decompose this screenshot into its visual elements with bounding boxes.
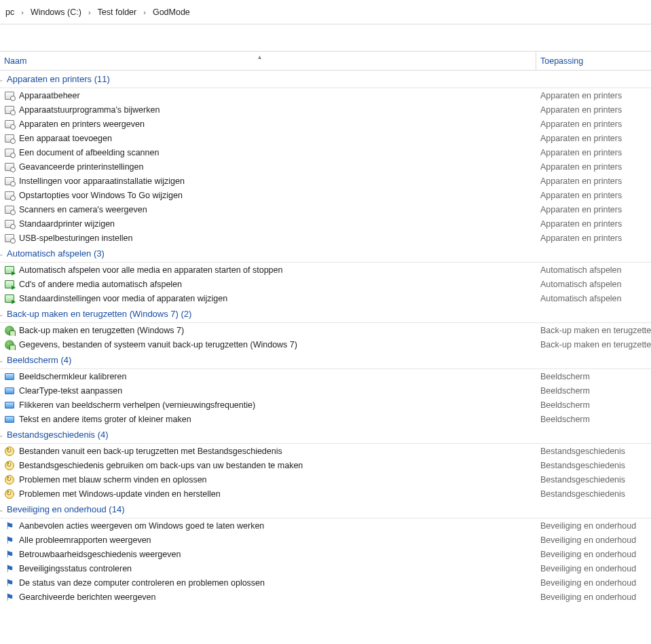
list-item[interactable]: Automatisch afspelen voor alle media en … xyxy=(0,263,651,277)
chevron-down-icon: ⌄ xyxy=(0,250,5,257)
column-header-name[interactable]: Naam ▴ xyxy=(0,52,536,70)
display-icon xyxy=(4,414,15,425)
file-history-icon xyxy=(4,446,15,457)
device-printer-icon xyxy=(4,204,15,215)
name-cell: ⚑Alle probleemrapporten weergeven xyxy=(0,535,536,546)
name-cell: ⚑Gearchiveerde berichten weergeven xyxy=(0,592,536,603)
group-header[interactable]: ⌄Beveiliging en onderhoud (14) xyxy=(0,501,651,518)
flag-icon: ⚑ xyxy=(4,577,15,588)
group-header[interactable]: ⌄Bestandsgeschiedenis (4) xyxy=(0,426,651,444)
list-item[interactable]: ClearType-tekst aanpassenBeeldscherm xyxy=(0,383,651,398)
name-cell: Apparaten en printers weergeven xyxy=(0,119,536,130)
list-item[interactable]: ⚑Aanbevolen acties weergeven om Windows … xyxy=(0,518,651,533)
list-item[interactable]: ⚑Beveiligingsstatus controlerenBeveiligi… xyxy=(0,561,651,575)
item-name: Alle probleemrapporten weergeven xyxy=(19,535,151,545)
name-cell: Opstartopties voor Windows To Go wijzige… xyxy=(0,190,536,201)
device-printer-icon xyxy=(4,162,15,172)
app-cell: Beveiliging en onderhoud xyxy=(536,564,651,573)
group-header[interactable]: ⌄Apparaten en printers (11) xyxy=(0,71,651,88)
list-item[interactable]: ⚑Gearchiveerde berichten weergevenBeveil… xyxy=(0,590,651,604)
name-cell: Standaardprinter wijzigen xyxy=(0,219,536,229)
list-item[interactable]: ApparaatbeheerApparaten en printers xyxy=(0,88,651,102)
device-printer-icon xyxy=(4,219,15,229)
list-item[interactable]: USB-spelbesturingen instellenApparaten e… xyxy=(0,231,651,245)
list-item[interactable]: ⚑De status van deze computer controleren… xyxy=(0,575,651,590)
name-cell: Apparaatstuurprogramma's bijwerken xyxy=(0,105,536,115)
name-cell: ClearType-tekst aanpassen xyxy=(0,385,536,396)
group-title: Automatisch afspelen (3) xyxy=(7,248,105,259)
list-item[interactable]: Gegevens, bestanden of systeem vanuit ba… xyxy=(0,337,651,352)
list-item[interactable]: Een document of afbeelding scannenAppara… xyxy=(0,145,651,159)
app-cell: Bestandsgeschiedenis xyxy=(536,461,651,470)
group-header[interactable]: ⌄Beeldscherm (4) xyxy=(0,352,651,369)
list-item[interactable]: Standaardinstellingen voor media of appa… xyxy=(0,291,651,305)
list-item[interactable]: Problemen met Windows-update vinden en h… xyxy=(0,487,651,501)
file-history-icon xyxy=(4,489,15,499)
name-cell: Cd's of andere media automatisch afspele… xyxy=(0,279,536,290)
breadcrumb-item[interactable]: GodMode xyxy=(150,6,193,18)
breadcrumb-item[interactable]: Windows (C:) xyxy=(28,6,84,18)
item-name: Apparaatstuurprogramma's bijwerken xyxy=(19,105,160,115)
device-printer-icon xyxy=(4,233,15,244)
device-printer-icon xyxy=(4,105,15,115)
item-name: Geavanceerde printerinstellingen xyxy=(19,162,143,172)
list-item[interactable]: Bestanden vanuit een back-up terugzetten… xyxy=(0,444,651,458)
list-item[interactable]: Geavanceerde printerinstellingenApparate… xyxy=(0,159,651,174)
group-title: Back-up maken en terugzetten (Windows 7)… xyxy=(7,309,191,319)
item-name: Bestanden vanuit een back-up terugzetten… xyxy=(19,447,282,456)
name-cell: Gegevens, bestanden of systeem vanuit ba… xyxy=(0,339,536,350)
chevron-down-icon: ⌄ xyxy=(0,76,5,83)
list-item[interactable]: Standaardprinter wijzigenApparaten en pr… xyxy=(0,216,651,231)
name-cell: Geavanceerde printerinstellingen xyxy=(0,162,536,172)
item-name: Flikkeren van beeldscherm verhelpen (ver… xyxy=(19,400,255,410)
list-item[interactable]: Scanners en camera's weergevenApparaten … xyxy=(0,202,651,216)
list-item[interactable]: Bestandsgeschiedenis gebruiken om back-u… xyxy=(0,458,651,472)
list-item[interactable]: Flikkeren van beeldscherm verhelpen (ver… xyxy=(0,398,651,412)
app-cell: Back-up maken en terugzetten xyxy=(536,326,651,335)
app-cell: Apparaten en printers xyxy=(536,91,651,100)
chevron-right-icon: › xyxy=(17,8,28,16)
group-header[interactable]: ⌄Automatisch afspelen (3) xyxy=(0,245,651,263)
group-header[interactable]: ⌄Back-up maken en terugzetten (Windows 7… xyxy=(0,305,651,323)
list-item[interactable]: Een apparaat toevoegenApparaten en print… xyxy=(0,131,651,145)
item-name: Standaardprinter wijzigen xyxy=(19,219,115,229)
chevron-down-icon: ⌄ xyxy=(0,311,5,318)
breadcrumb-item[interactable]: Test folder xyxy=(95,6,140,18)
item-name: De status van deze computer controleren … xyxy=(19,578,265,588)
app-cell: Beeldscherm xyxy=(536,400,651,410)
name-cell: Flikkeren van beeldscherm verhelpen (ver… xyxy=(0,400,536,411)
list-item[interactable]: Cd's of andere media automatisch afspele… xyxy=(0,277,651,291)
list-item[interactable]: Instellingen voor apparaatinstallatie wi… xyxy=(0,174,651,188)
app-cell: Bestandsgeschiedenis xyxy=(536,447,651,456)
flag-icon: ⚑ xyxy=(4,520,15,531)
list-item[interactable]: Apparaatstuurprogramma's bijwerkenAppara… xyxy=(0,102,651,117)
list-item[interactable]: Apparaten en printers weergevenApparaten… xyxy=(0,117,651,131)
list-item[interactable]: Opstartopties voor Windows To Go wijzige… xyxy=(0,188,651,202)
item-name: ClearType-tekst aanpassen xyxy=(19,386,122,396)
device-printer-icon xyxy=(4,147,15,158)
column-header-toepassing[interactable]: Toepassing xyxy=(536,56,651,66)
name-cell: Apparaatbeheer xyxy=(0,90,536,101)
list-item[interactable]: Tekst en andere items groter of kleiner … xyxy=(0,412,651,426)
app-cell: Bestandsgeschiedenis xyxy=(536,475,651,485)
list-item[interactable]: Beeldschermkleur kalibrerenBeeldscherm xyxy=(0,369,651,383)
content-area: ⌄Apparaten en printers (11)Apparaatbehee… xyxy=(0,71,651,644)
app-cell: Apparaten en printers xyxy=(536,176,651,186)
list-item[interactable]: ⚑Betrouwbaarheidsgeschiedenis weergevenB… xyxy=(0,547,651,561)
breadcrumb[interactable]: pc›Windows (C:)›Test folder›GodMode xyxy=(0,0,651,24)
device-printer-icon xyxy=(4,90,15,101)
name-cell: Back-up maken en terugzetten (Windows 7) xyxy=(0,325,536,336)
item-name: Automatisch afspelen voor alle media en … xyxy=(19,265,282,275)
backup-icon xyxy=(4,325,15,336)
display-icon xyxy=(4,400,15,411)
app-cell: Apparaten en printers xyxy=(536,134,651,143)
list-item[interactable]: Back-up maken en terugzetten (Windows 7)… xyxy=(0,323,651,337)
list-item[interactable]: Problemen met blauw scherm vinden en opl… xyxy=(0,472,651,487)
list-item[interactable]: ⚑Alle probleemrapporten weergevenBeveili… xyxy=(0,533,651,547)
autoplay-icon xyxy=(4,265,15,276)
flag-icon: ⚑ xyxy=(4,549,15,560)
app-cell: Beveiliging en onderhoud xyxy=(536,521,651,531)
breadcrumb-item[interactable]: pc xyxy=(3,6,17,18)
item-name: Betrouwbaarheidsgeschiedenis weergeven xyxy=(19,550,181,559)
app-cell: Beveiliging en onderhoud xyxy=(536,535,651,545)
